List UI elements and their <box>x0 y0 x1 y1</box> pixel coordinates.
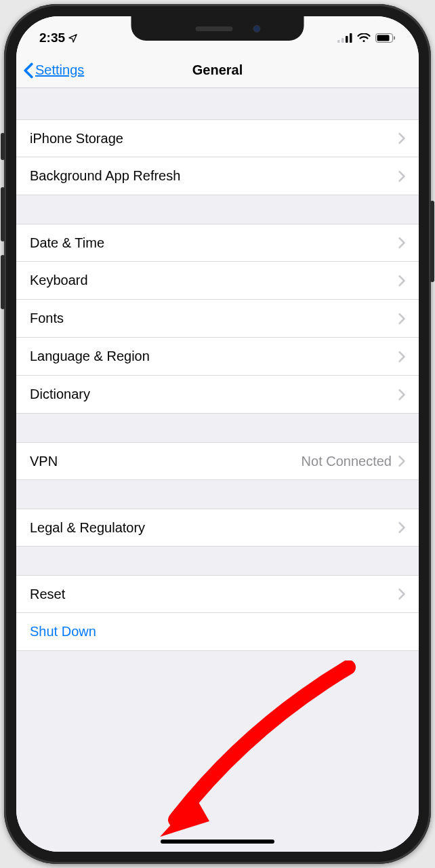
chevron-right-icon <box>398 351 405 362</box>
svg-rect-5 <box>377 35 390 41</box>
settings-group: VPNNot Connected <box>16 442 419 480</box>
row-iphone-storage[interactable]: iPhone Storage <box>16 119 419 157</box>
row-date-time[interactable]: Date & Time <box>16 224 419 262</box>
row-vpn[interactable]: VPNNot Connected <box>16 442 419 480</box>
row-detail: Not Connected <box>302 454 392 469</box>
chevron-right-icon <box>398 589 405 599</box>
settings-group: iPhone StorageBackground App Refresh <box>16 119 419 195</box>
nav-bar: Settings General <box>16 53 419 88</box>
chevron-right-icon <box>398 522 405 533</box>
mute-switch <box>1 133 5 160</box>
row-label: iPhone Storage <box>30 131 398 146</box>
front-camera <box>253 25 260 33</box>
cellular-signal-icon <box>337 33 352 43</box>
location-arrow-icon <box>68 33 78 43</box>
chevron-right-icon <box>398 313 405 324</box>
home-indicator[interactable] <box>161 840 274 844</box>
svg-rect-1 <box>341 38 344 43</box>
row-label: Keyboard <box>30 273 398 288</box>
row-label: Date & Time <box>30 235 398 251</box>
back-button[interactable]: Settings <box>23 62 84 79</box>
settings-group: Legal & Regulatory <box>16 509 419 547</box>
svg-rect-6 <box>394 37 395 40</box>
chevron-left-icon <box>23 62 34 79</box>
settings-group: Date & TimeKeyboardFontsLanguage & Regio… <box>16 224 419 414</box>
nav-title: General <box>192 62 243 78</box>
back-label: Settings <box>35 62 84 78</box>
chevron-right-icon <box>398 133 405 144</box>
row-shut-down[interactable]: Shut Down <box>16 613 419 651</box>
status-time: 2:35 <box>39 31 65 45</box>
row-label: Fonts <box>30 311 398 326</box>
svg-rect-2 <box>346 36 348 43</box>
row-label: Legal & Regulatory <box>30 520 398 536</box>
row-dictionary[interactable]: Dictionary <box>16 376 419 414</box>
wifi-icon <box>357 33 371 43</box>
row-fonts[interactable]: Fonts <box>16 300 419 338</box>
chevron-right-icon <box>398 171 405 182</box>
row-label: VPN <box>30 454 302 469</box>
speaker <box>195 26 232 31</box>
power-button <box>430 201 434 282</box>
row-label: Background App Refresh <box>30 168 398 184</box>
notch <box>131 16 304 41</box>
screen: 2:35 <box>16 16 419 852</box>
chevron-right-icon <box>398 389 405 400</box>
row-language-region[interactable]: Language & Region <box>16 338 419 376</box>
chevron-right-icon <box>398 237 405 248</box>
row-keyboard[interactable]: Keyboard <box>16 262 419 300</box>
row-label: Dictionary <box>30 387 398 402</box>
chevron-right-icon <box>398 275 405 286</box>
svg-rect-3 <box>350 33 352 43</box>
battery-icon <box>375 33 396 43</box>
row-background-app-refresh[interactable]: Background App Refresh <box>16 157 419 195</box>
row-label: Language & Region <box>30 349 398 364</box>
chevron-right-icon <box>398 456 405 467</box>
volume-up-button <box>1 187 5 241</box>
settings-group: ResetShut Down <box>16 575 419 651</box>
row-label: Shut Down <box>30 624 405 639</box>
row-label: Reset <box>30 587 398 602</box>
volume-down-button <box>1 255 5 309</box>
settings-content[interactable]: iPhone StorageBackground App RefreshDate… <box>16 88 419 852</box>
svg-rect-0 <box>337 40 340 43</box>
row-reset[interactable]: Reset <box>16 575 419 613</box>
device-frame: 2:35 <box>4 4 431 864</box>
row-legal-regulatory[interactable]: Legal & Regulatory <box>16 509 419 547</box>
